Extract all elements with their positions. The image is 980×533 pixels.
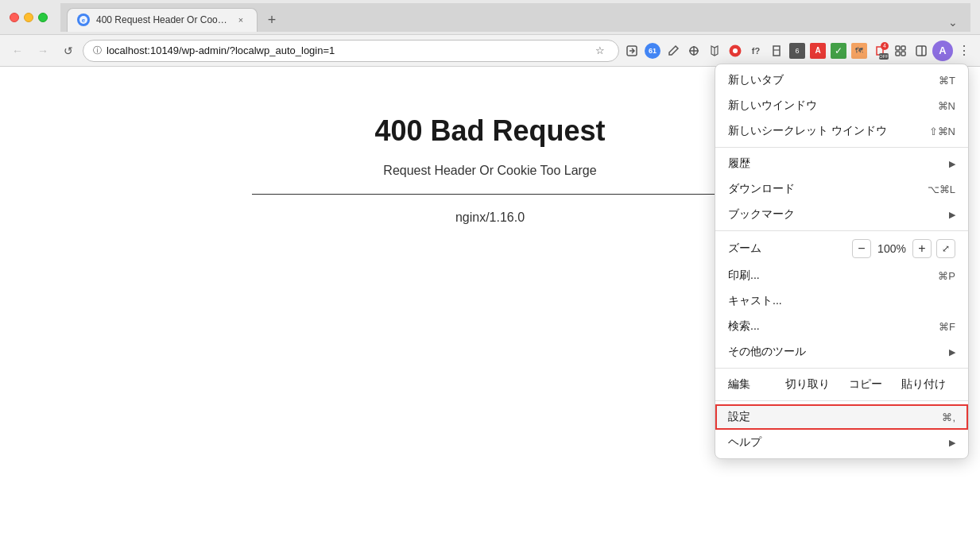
menu-item-help-arrow: ▶ [949, 438, 955, 448]
divider-1 [715, 147, 968, 148]
error-title: 400 Bad Request [374, 114, 605, 148]
ext-map2-icon[interactable]: 🗺 [850, 41, 869, 60]
error-version: nginx/1.16.0 [455, 210, 525, 225]
reload-button[interactable]: ↺ [57, 40, 79, 62]
menu-item-cast[interactable]: キャスト... [715, 288, 968, 314]
ext-evernote-icon[interactable] [767, 41, 786, 60]
minimize-button[interactable] [24, 13, 33, 22]
menu-item-print-shortcut: ⌘P [938, 270, 955, 282]
svg-rect-10 [896, 46, 900, 50]
menu-item-help[interactable]: ヘルプ ▶ [715, 430, 968, 455]
url-text: localhost:10149/wp-admin/?localwp_auto_l… [107, 44, 587, 56]
menu-item-new-tab-label: 新しいタブ [728, 73, 939, 87]
address-bar: ← → ↺ ⓘ localhost:10149/wp-admin/?localw… [0, 35, 980, 67]
zoom-minus-button[interactable]: − [852, 239, 871, 258]
new-tab-button[interactable]: + [261, 10, 283, 32]
menu-item-bookmarks[interactable]: ブックマーク ▶ [715, 202, 968, 227]
menu-item-find[interactable]: 検索... ⌘F [715, 314, 968, 339]
menu-item-new-incognito-shortcut: ⇧⌘N [929, 126, 955, 137]
menu-item-help-label: ヘルプ [728, 435, 949, 450]
close-button[interactable] [10, 13, 19, 22]
ext-split-icon[interactable] [912, 41, 931, 60]
extension-icons: 61 f? 6 A ✓ [622, 41, 974, 61]
svg-rect-11 [901, 46, 905, 50]
menu-item-find-shortcut: ⌘F [939, 321, 955, 333]
menu-item-new-tab-shortcut: ⌘T [939, 75, 955, 87]
menu-item-downloads[interactable]: ダウンロード ⌥⌘L [715, 176, 968, 202]
menu-button[interactable]: ⋮ [955, 41, 974, 60]
active-tab[interactable]: e 400 Request Header Or Cooki… × [67, 8, 258, 32]
tab-close-button[interactable]: × [234, 14, 247, 26]
ext-font-icon[interactable]: f? [746, 41, 765, 60]
title-bar: e 400 Request Header Or Cooki… × + ⌄ [0, 0, 980, 35]
menu-item-zoom-label: ズーム [728, 241, 852, 256]
ext-puzzle-icon[interactable] [891, 41, 910, 60]
svg-text:e: e [82, 17, 86, 24]
ext-chrome-icon[interactable] [726, 41, 745, 60]
ext-maps-icon[interactable] [705, 41, 724, 60]
menu-item-zoom: ズーム − 100% + ⤢ [715, 234, 968, 263]
ext-number-icon[interactable]: 6 [788, 41, 807, 60]
divider-3 [715, 368, 968, 369]
traffic-lights [10, 13, 48, 22]
context-menu: 新しいタブ ⌘T 新しいウインドウ ⌘N 新しいシークレット ウインドウ ⇧⌘N… [715, 64, 969, 459]
zoom-plus-button[interactable]: + [912, 239, 932, 258]
menu-item-settings[interactable]: 設定 ⌘, [715, 404, 968, 430]
ext-badge-icon[interactable]: 4 OFF [870, 41, 889, 60]
menu-item-find-label: 検索... [728, 319, 939, 334]
ext-check-icon[interactable]: ✓ [829, 41, 848, 60]
menu-item-cast-label: キャスト... [728, 294, 955, 308]
menu-item-history[interactable]: 履歴 ▶ [715, 151, 968, 176]
divider [252, 194, 729, 195]
fullscreen-button[interactable]: ⤢ [936, 239, 955, 258]
menu-item-more-tools[interactable]: その他のツール ▶ [715, 339, 968, 365]
menu-item-edit-label: 編集 [728, 377, 776, 392]
tab-bar: e 400 Request Header Or Cooki… × + ⌄ [60, 3, 970, 32]
menu-item-bookmarks-label: ブックマーク [728, 207, 949, 222]
menu-item-history-label: 履歴 [728, 156, 949, 171]
menu-item-print-label: 印刷... [728, 268, 938, 283]
ext-pen-icon[interactable] [664, 41, 683, 60]
forward-button[interactable]: → [32, 40, 54, 62]
ext-translate-icon[interactable]: 61 [643, 41, 662, 60]
menu-item-more-tools-arrow: ▶ [949, 347, 955, 357]
menu-item-settings-label: 設定 [728, 410, 942, 424]
back-button[interactable]: ← [6, 40, 29, 62]
menu-item-downloads-shortcut: ⌥⌘L [928, 183, 955, 195]
maximize-button[interactable] [38, 13, 48, 22]
ext-crosshair-icon[interactable] [684, 41, 703, 60]
menu-item-new-window-label: 新しいウインドウ [728, 98, 938, 113]
ext-red-icon[interactable]: A [808, 41, 827, 60]
profile-icon[interactable]: A [932, 41, 953, 61]
bookmark-icon[interactable]: ☆ [591, 42, 609, 60]
menu-item-settings-shortcut: ⌘, [942, 411, 955, 423]
menu-item-new-window-shortcut: ⌘N [938, 100, 955, 112]
svg-rect-12 [896, 52, 900, 56]
menu-item-edit: 編集 切り取り コピー 貼り付け [715, 372, 968, 397]
copy-button[interactable]: コピー [839, 377, 892, 392]
menu-item-new-window[interactable]: 新しいウインドウ ⌘N [715, 93, 968, 118]
cut-button[interactable]: 切り取り [776, 377, 839, 392]
svg-rect-13 [901, 52, 905, 56]
svg-point-8 [733, 48, 738, 53]
error-subtitle: Request Header Or Cookie Too Large [383, 164, 596, 178]
divider-2 [715, 230, 968, 231]
tab-kebab-button[interactable]: ⌄ [942, 13, 964, 32]
menu-item-history-arrow: ▶ [949, 159, 955, 169]
url-bar[interactable]: ⓘ localhost:10149/wp-admin/?localwp_auto… [83, 40, 619, 62]
zoom-value: 100% [876, 242, 908, 255]
menu-item-print[interactable]: 印刷... ⌘P [715, 263, 968, 288]
lock-icon: ⓘ [93, 44, 102, 56]
menu-item-new-incognito[interactable]: 新しいシークレット ウインドウ ⇧⌘N [715, 118, 968, 144]
share-icon[interactable] [622, 41, 641, 60]
divider-4 [715, 400, 968, 401]
svg-rect-14 [916, 46, 926, 56]
menu-item-downloads-label: ダウンロード [728, 182, 928, 196]
paste-button[interactable]: 貼り付け [892, 377, 955, 392]
menu-item-new-tab[interactable]: 新しいタブ ⌘T [715, 68, 968, 93]
menu-item-bookmarks-arrow: ▶ [949, 210, 955, 220]
menu-item-new-incognito-label: 新しいシークレット ウインドウ [728, 124, 929, 138]
tab-favicon: e [77, 14, 90, 26]
tab-title: 400 Request Header Or Cooki… [96, 14, 228, 25]
menu-item-more-tools-label: その他のツール [728, 345, 949, 359]
